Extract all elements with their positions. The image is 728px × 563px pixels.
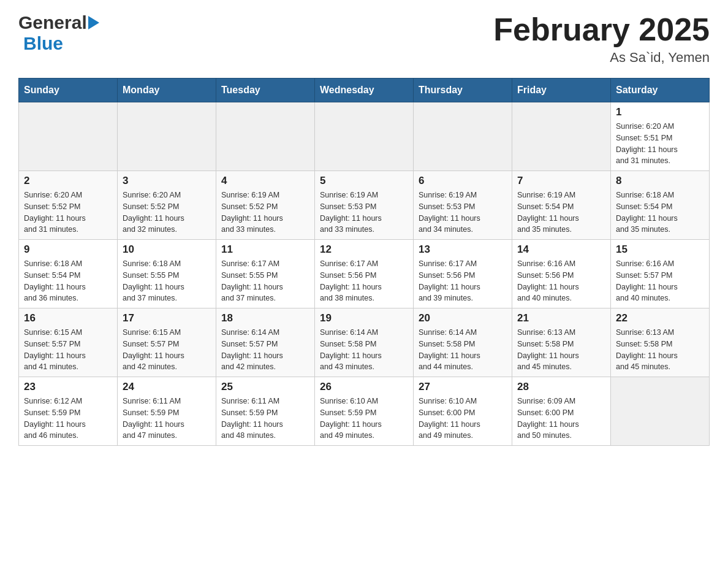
title-section: February 2025 As Sa`id, Yemen xyxy=(493,12,710,66)
day-number: 3 xyxy=(123,175,211,187)
col-thursday: Thursday xyxy=(414,79,512,102)
calendar-week-row: 23Sunrise: 6:12 AM Sunset: 5:59 PM Dayli… xyxy=(19,377,710,446)
day-number: 24 xyxy=(123,381,211,393)
day-number: 15 xyxy=(616,243,704,256)
col-wednesday: Wednesday xyxy=(315,79,414,102)
table-row: 12Sunrise: 6:17 AM Sunset: 5:56 PM Dayli… xyxy=(315,240,414,308)
day-number: 9 xyxy=(24,243,112,256)
calendar-table: Sunday Monday Tuesday Wednesday Thursday… xyxy=(18,78,710,446)
day-info: Sunrise: 6:12 AM Sunset: 5:59 PM Dayligh… xyxy=(24,396,112,442)
day-info: Sunrise: 6:13 AM Sunset: 5:58 PM Dayligh… xyxy=(517,327,605,373)
day-number: 17 xyxy=(123,312,211,324)
day-info: Sunrise: 6:17 AM Sunset: 5:56 PM Dayligh… xyxy=(320,258,408,304)
table-row: 11Sunrise: 6:17 AM Sunset: 5:55 PM Dayli… xyxy=(216,240,315,308)
table-row: 9Sunrise: 6:18 AM Sunset: 5:54 PM Daylig… xyxy=(19,240,118,308)
logo-blue-text: Blue xyxy=(23,33,63,53)
calendar-week-row: 16Sunrise: 6:15 AM Sunset: 5:57 PM Dayli… xyxy=(19,308,710,377)
day-number: 14 xyxy=(517,243,605,256)
day-info: Sunrise: 6:14 AM Sunset: 5:58 PM Dayligh… xyxy=(320,327,408,373)
day-info: Sunrise: 6:19 AM Sunset: 5:53 PM Dayligh… xyxy=(419,190,507,236)
table-row: 3Sunrise: 6:20 AM Sunset: 5:52 PM Daylig… xyxy=(118,171,216,240)
table-row: 1Sunrise: 6:20 AM Sunset: 5:51 PM Daylig… xyxy=(611,102,710,171)
day-number: 27 xyxy=(419,381,507,393)
calendar-week-row: 2Sunrise: 6:20 AM Sunset: 5:52 PM Daylig… xyxy=(19,171,710,240)
table-row xyxy=(315,102,414,171)
day-number: 19 xyxy=(320,312,408,324)
table-row: 10Sunrise: 6:18 AM Sunset: 5:55 PM Dayli… xyxy=(118,240,216,308)
month-year-title: February 2025 xyxy=(493,12,710,47)
table-row: 25Sunrise: 6:11 AM Sunset: 5:59 PM Dayli… xyxy=(216,377,315,446)
day-info: Sunrise: 6:18 AM Sunset: 5:55 PM Dayligh… xyxy=(123,258,211,304)
day-info: Sunrise: 6:20 AM Sunset: 5:51 PM Dayligh… xyxy=(616,121,704,167)
day-number: 18 xyxy=(221,312,309,324)
day-number: 6 xyxy=(419,175,507,187)
col-monday: Monday xyxy=(118,79,216,102)
table-row xyxy=(118,102,216,171)
page-header: General Blue February 2025 As Sa`id, Yem… xyxy=(18,12,710,66)
day-number: 26 xyxy=(320,381,408,393)
svg-marker-0 xyxy=(88,16,99,29)
table-row: 5Sunrise: 6:19 AM Sunset: 5:53 PM Daylig… xyxy=(315,171,414,240)
day-info: Sunrise: 6:17 AM Sunset: 5:55 PM Dayligh… xyxy=(221,258,309,304)
table-row xyxy=(19,102,118,171)
table-row: 27Sunrise: 6:10 AM Sunset: 6:00 PM Dayli… xyxy=(414,377,512,446)
day-info: Sunrise: 6:09 AM Sunset: 6:00 PM Dayligh… xyxy=(517,396,605,442)
day-number: 4 xyxy=(221,175,309,187)
table-row: 23Sunrise: 6:12 AM Sunset: 5:59 PM Dayli… xyxy=(19,377,118,446)
day-number: 7 xyxy=(517,175,605,187)
day-info: Sunrise: 6:15 AM Sunset: 5:57 PM Dayligh… xyxy=(24,327,112,373)
table-row: 15Sunrise: 6:16 AM Sunset: 5:57 PM Dayli… xyxy=(611,240,710,308)
table-row: 17Sunrise: 6:15 AM Sunset: 5:57 PM Dayli… xyxy=(118,308,216,377)
logo-general-text: General xyxy=(18,12,87,33)
table-row xyxy=(216,102,315,171)
table-row: 18Sunrise: 6:14 AM Sunset: 5:57 PM Dayli… xyxy=(216,308,315,377)
table-row: 21Sunrise: 6:13 AM Sunset: 5:58 PM Dayli… xyxy=(512,308,611,377)
table-row: 24Sunrise: 6:11 AM Sunset: 5:59 PM Dayli… xyxy=(118,377,216,446)
day-number: 28 xyxy=(517,381,605,393)
table-row: 14Sunrise: 6:16 AM Sunset: 5:56 PM Dayli… xyxy=(512,240,611,308)
day-info: Sunrise: 6:17 AM Sunset: 5:56 PM Dayligh… xyxy=(419,258,507,304)
day-info: Sunrise: 6:19 AM Sunset: 5:53 PM Dayligh… xyxy=(320,190,408,236)
table-row: 13Sunrise: 6:17 AM Sunset: 5:56 PM Dayli… xyxy=(414,240,512,308)
calendar-header-row: Sunday Monday Tuesday Wednesday Thursday… xyxy=(19,79,710,102)
day-info: Sunrise: 6:20 AM Sunset: 5:52 PM Dayligh… xyxy=(24,190,112,236)
day-info: Sunrise: 6:18 AM Sunset: 5:54 PM Dayligh… xyxy=(24,258,112,304)
day-number: 21 xyxy=(517,312,605,324)
day-number: 12 xyxy=(320,243,408,256)
table-row: 19Sunrise: 6:14 AM Sunset: 5:58 PM Dayli… xyxy=(315,308,414,377)
day-number: 13 xyxy=(419,243,507,256)
day-info: Sunrise: 6:11 AM Sunset: 5:59 PM Dayligh… xyxy=(123,396,211,442)
day-info: Sunrise: 6:19 AM Sunset: 5:54 PM Dayligh… xyxy=(517,190,605,236)
day-number: 25 xyxy=(221,381,309,393)
day-info: Sunrise: 6:10 AM Sunset: 5:59 PM Dayligh… xyxy=(320,396,408,442)
day-info: Sunrise: 6:14 AM Sunset: 5:57 PM Dayligh… xyxy=(221,327,309,373)
table-row: 7Sunrise: 6:19 AM Sunset: 5:54 PM Daylig… xyxy=(512,171,611,240)
table-row xyxy=(512,102,611,171)
day-info: Sunrise: 6:11 AM Sunset: 5:59 PM Dayligh… xyxy=(221,396,309,442)
day-number: 2 xyxy=(24,175,112,187)
day-number: 20 xyxy=(419,312,507,324)
day-number: 5 xyxy=(320,175,408,187)
table-row: 16Sunrise: 6:15 AM Sunset: 5:57 PM Dayli… xyxy=(19,308,118,377)
day-number: 16 xyxy=(24,312,112,324)
col-tuesday: Tuesday xyxy=(216,79,315,102)
day-number: 22 xyxy=(616,312,704,324)
day-info: Sunrise: 6:13 AM Sunset: 5:58 PM Dayligh… xyxy=(616,327,704,373)
table-row: 20Sunrise: 6:14 AM Sunset: 5:58 PM Dayli… xyxy=(414,308,512,377)
table-row xyxy=(414,102,512,171)
col-sunday: Sunday xyxy=(19,79,118,102)
logo: General Blue xyxy=(18,12,99,54)
day-number: 11 xyxy=(221,243,309,256)
location-subtitle: As Sa`id, Yemen xyxy=(493,50,710,66)
col-friday: Friday xyxy=(512,79,611,102)
day-info: Sunrise: 6:10 AM Sunset: 6:00 PM Dayligh… xyxy=(419,396,507,442)
day-info: Sunrise: 6:14 AM Sunset: 5:58 PM Dayligh… xyxy=(419,327,507,373)
day-info: Sunrise: 6:16 AM Sunset: 5:56 PM Dayligh… xyxy=(517,258,605,304)
day-info: Sunrise: 6:16 AM Sunset: 5:57 PM Dayligh… xyxy=(616,258,704,304)
table-row: 4Sunrise: 6:19 AM Sunset: 5:52 PM Daylig… xyxy=(216,171,315,240)
col-saturday: Saturday xyxy=(611,79,710,102)
table-row xyxy=(611,377,710,446)
table-row: 28Sunrise: 6:09 AM Sunset: 6:00 PM Dayli… xyxy=(512,377,611,446)
day-number: 10 xyxy=(123,243,211,256)
day-number: 23 xyxy=(24,381,112,393)
